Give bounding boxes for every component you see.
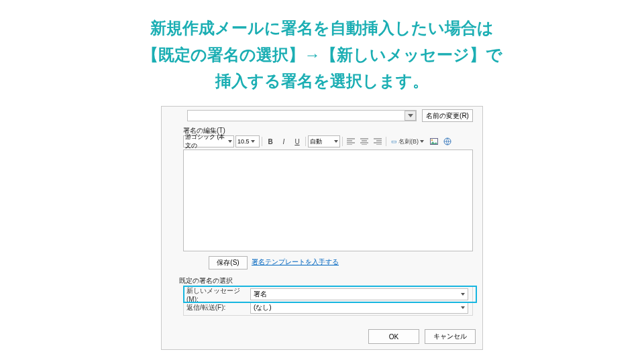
signature-list-dropdown-button[interactable] [405,111,416,121]
font-size-combo[interactable]: 10.5 [235,135,260,147]
card-label: 名刺(B) [398,137,419,146]
align-center-icon [360,138,368,145]
chevron-down-icon [461,306,465,309]
signature-listbox[interactable] [187,110,417,121]
italic-button[interactable]: I [278,135,290,147]
reply-forward-value: (なし) [254,303,272,312]
separator [386,137,386,146]
align-right-button[interactable] [372,135,384,147]
card-icon: ▭ [391,138,397,145]
new-message-row: 新しいメッセージ(M): 署名 [186,288,468,300]
font-combo-value: 游ゴシック (本文の [185,133,227,150]
new-message-label: 新しいメッセージ(M): [186,286,250,303]
separator [305,137,306,146]
chevron-down-icon [251,140,255,143]
instruction-headline: 新規作成メールに署名を自動挿入したい場合は 【既定の署名の選択】→【新しいメッセ… [0,15,644,95]
reply-forward-label: 返信/転送(F): [186,303,250,312]
dialog-button-row: OK キャンセル [368,329,476,344]
headline-line3: 挿入する署名を選択します。 [215,72,429,90]
separator [262,137,262,146]
align-right-icon [374,138,382,145]
align-left-icon [347,138,355,145]
color-combo[interactable]: 自動 [308,135,340,147]
rename-label: 名前の変更(R) [426,111,469,121]
align-left-button[interactable] [345,135,357,147]
underline-button[interactable]: U [291,135,303,147]
save-button[interactable]: 保存(S) [209,256,248,269]
save-label: 保存(S) [217,258,239,267]
cancel-button[interactable]: キャンセル [425,329,476,344]
link-icon [443,137,451,145]
chevron-down-icon [408,114,413,117]
cancel-label: キャンセル [433,332,467,341]
ok-button[interactable]: OK [368,329,419,344]
format-toolbar: 游ゴシック (本文の 10.5 B I U 自動 ▭ 名刺(B) [183,136,453,147]
signature-dialog: 名前の変更(R) 署名の編集(T) 游ゴシック (本文の 10.5 B I U … [161,106,483,350]
ok-label: OK [389,333,398,341]
insert-image-button[interactable] [428,135,440,147]
chevron-down-icon [461,293,465,296]
signature-editor[interactable] [183,149,473,251]
reply-forward-select[interactable]: (なし) [250,302,468,314]
default-select-section-label: 既定の署名の選択 [179,276,233,286]
align-center-button[interactable] [358,135,370,147]
business-card-button[interactable]: ▭ 名刺(B) [388,135,427,147]
chevron-down-icon [228,140,232,143]
insert-link-button[interactable] [441,135,453,147]
new-message-value: 署名 [254,290,267,299]
rename-button[interactable]: 名前の変更(R) [422,109,473,122]
separator [342,137,343,146]
chevron-down-icon [420,140,424,143]
new-message-select[interactable]: 署名 [250,288,468,300]
default-signature-fieldset: 新しいメッセージ(M): 署名 返信/転送(F): (なし) [183,286,473,316]
svg-point-1 [431,139,433,141]
template-link-text: 署名テンプレートを入手する [252,258,339,265]
headline-line1: 新規作成メールに署名を自動挿入したい場合は [150,19,494,37]
bold-button[interactable]: B [264,135,276,147]
image-icon [430,138,438,145]
template-link[interactable]: 署名テンプレートを入手する [252,257,339,267]
reply-forward-row: 返信/転送(F): (なし) [186,302,468,314]
size-combo-value: 10.5 [237,138,250,145]
font-combo[interactable]: 游ゴシック (本文の [183,135,234,147]
chevron-down-icon [334,140,338,143]
headline-line2: 【既定の署名の選択】→【新しいメッセージ】で [142,46,502,64]
color-combo-value: 自動 [310,137,322,146]
